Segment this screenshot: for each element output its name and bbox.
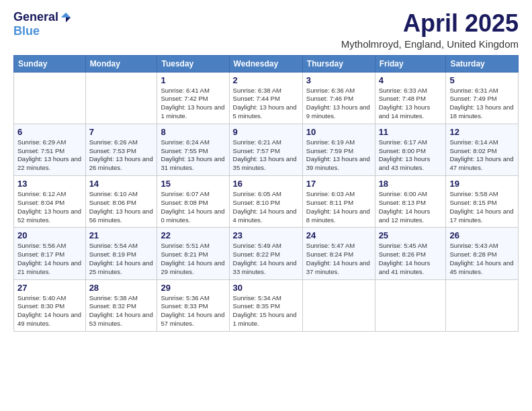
calendar-week-2: 6Sunrise: 6:29 AM Sunset: 7:51 PM Daylig…	[14, 124, 519, 175]
day-number: 12	[449, 127, 515, 137]
day-number: 26	[449, 230, 515, 240]
header-tuesday: Tuesday	[157, 55, 229, 72]
day-number: 20	[17, 230, 82, 240]
calendar-cell: 8Sunrise: 6:24 AM Sunset: 7:55 PM Daylig…	[157, 124, 229, 175]
day-number: 23	[233, 230, 299, 240]
day-info: Sunrise: 5:58 AM Sunset: 8:15 PM Dayligh…	[449, 190, 515, 224]
header-monday: Monday	[85, 55, 157, 72]
day-number: 17	[306, 179, 371, 189]
day-info: Sunrise: 6:31 AM Sunset: 7:49 PM Dayligh…	[449, 87, 515, 121]
day-info: Sunrise: 6:33 AM Sunset: 7:48 PM Dayligh…	[379, 87, 443, 121]
day-info: Sunrise: 5:49 AM Sunset: 8:22 PM Dayligh…	[233, 242, 299, 276]
calendar-cell: 11Sunrise: 6:17 AM Sunset: 8:00 PM Dayli…	[375, 124, 446, 175]
calendar-cell: 17Sunrise: 6:03 AM Sunset: 8:11 PM Dayli…	[302, 176, 375, 228]
day-number: 24	[306, 230, 371, 240]
logo: General Blue	[13, 10, 72, 38]
calendar-week-5: 27Sunrise: 5:40 AM Sunset: 8:30 PM Dayli…	[14, 279, 519, 331]
logo-blue: Blue	[13, 24, 40, 38]
calendar-cell: 3Sunrise: 6:36 AM Sunset: 7:46 PM Daylig…	[302, 72, 375, 124]
calendar-cell: 20Sunrise: 5:56 AM Sunset: 8:17 PM Dayli…	[14, 228, 86, 279]
page: General Blue April 2025 Mytholmroyd, Eng…	[0, 0, 532, 411]
day-info: Sunrise: 6:38 AM Sunset: 7:44 PM Dayligh…	[233, 87, 299, 121]
day-info: Sunrise: 6:19 AM Sunset: 7:59 PM Dayligh…	[306, 138, 371, 173]
calendar-cell: 6Sunrise: 6:29 AM Sunset: 7:51 PM Daylig…	[14, 124, 86, 175]
calendar-cell: 24Sunrise: 5:47 AM Sunset: 8:24 PM Dayli…	[302, 228, 375, 279]
day-info: Sunrise: 6:10 AM Sunset: 8:06 PM Dayligh…	[89, 190, 154, 224]
day-number: 7	[89, 127, 154, 137]
day-info: Sunrise: 6:00 AM Sunset: 8:13 PM Dayligh…	[379, 190, 443, 224]
calendar-cell: 9Sunrise: 6:21 AM Sunset: 7:57 PM Daylig…	[229, 124, 302, 175]
header-saturday: Saturday	[446, 55, 519, 72]
day-number: 13	[17, 179, 82, 189]
calendar-cell: 4Sunrise: 6:33 AM Sunset: 7:48 PM Daylig…	[375, 72, 446, 124]
day-number: 11	[379, 127, 443, 137]
day-number: 27	[17, 283, 82, 293]
header-friday: Friday	[375, 55, 446, 72]
calendar-cell: 28Sunrise: 5:38 AM Sunset: 8:32 PM Dayli…	[85, 279, 157, 331]
month-title: April 2025	[341, 10, 519, 37]
calendar-cell: 27Sunrise: 5:40 AM Sunset: 8:30 PM Dayli…	[14, 279, 86, 331]
logo-icon	[60, 11, 72, 24]
day-number: 22	[161, 230, 225, 240]
day-info: Sunrise: 6:17 AM Sunset: 8:00 PM Dayligh…	[379, 138, 443, 173]
calendar-cell: 12Sunrise: 6:14 AM Sunset: 8:02 PM Dayli…	[446, 124, 519, 175]
day-info: Sunrise: 6:14 AM Sunset: 8:02 PM Dayligh…	[449, 138, 515, 173]
svg-marker-1	[66, 17, 71, 22]
day-info: Sunrise: 6:36 AM Sunset: 7:46 PM Dayligh…	[306, 87, 371, 121]
calendar-cell	[85, 72, 157, 124]
day-number: 1	[161, 75, 225, 85]
calendar-week-1: 1Sunrise: 6:41 AM Sunset: 7:42 PM Daylig…	[14, 72, 519, 124]
calendar-week-3: 13Sunrise: 6:12 AM Sunset: 8:04 PM Dayli…	[14, 176, 519, 228]
calendar-cell	[375, 279, 446, 331]
day-number: 5	[449, 75, 515, 85]
day-info: Sunrise: 6:24 AM Sunset: 7:55 PM Dayligh…	[161, 138, 225, 173]
day-number: 28	[89, 283, 154, 293]
header-thursday: Thursday	[302, 55, 375, 72]
location: Mytholmroyd, England, United Kingdom	[341, 38, 519, 50]
day-number: 2	[233, 75, 299, 85]
calendar-cell: 22Sunrise: 5:51 AM Sunset: 8:21 PM Dayli…	[157, 228, 229, 279]
calendar-cell: 25Sunrise: 5:45 AM Sunset: 8:26 PM Dayli…	[375, 228, 446, 279]
day-info: Sunrise: 6:21 AM Sunset: 7:57 PM Dayligh…	[233, 138, 299, 173]
calendar-cell	[14, 72, 86, 124]
calendar-cell: 5Sunrise: 6:31 AM Sunset: 7:49 PM Daylig…	[446, 72, 519, 124]
calendar-cell: 1Sunrise: 6:41 AM Sunset: 7:42 PM Daylig…	[157, 72, 229, 124]
day-number: 15	[161, 179, 225, 189]
header-wednesday: Wednesday	[229, 55, 302, 72]
calendar-cell: 10Sunrise: 6:19 AM Sunset: 7:59 PM Dayli…	[302, 124, 375, 175]
day-info: Sunrise: 6:12 AM Sunset: 8:04 PM Dayligh…	[17, 190, 82, 224]
calendar-cell: 15Sunrise: 6:07 AM Sunset: 8:08 PM Dayli…	[157, 176, 229, 228]
day-number: 6	[17, 127, 82, 137]
calendar-table: Sunday Monday Tuesday Wednesday Thursday…	[13, 55, 519, 332]
day-info: Sunrise: 6:26 AM Sunset: 7:53 PM Dayligh…	[89, 138, 154, 173]
calendar-cell: 30Sunrise: 5:34 AM Sunset: 8:35 PM Dayli…	[229, 279, 302, 331]
day-info: Sunrise: 5:40 AM Sunset: 8:30 PM Dayligh…	[17, 294, 82, 328]
title-area: April 2025 Mytholmroyd, England, United …	[341, 10, 519, 50]
calendar-cell: 13Sunrise: 6:12 AM Sunset: 8:04 PM Dayli…	[14, 176, 86, 228]
day-info: Sunrise: 5:38 AM Sunset: 8:32 PM Dayligh…	[89, 294, 154, 328]
day-info: Sunrise: 5:47 AM Sunset: 8:24 PM Dayligh…	[306, 242, 371, 276]
day-info: Sunrise: 6:03 AM Sunset: 8:11 PM Dayligh…	[306, 190, 371, 224]
day-info: Sunrise: 6:29 AM Sunset: 7:51 PM Dayligh…	[17, 138, 82, 173]
day-info: Sunrise: 6:07 AM Sunset: 8:08 PM Dayligh…	[161, 190, 225, 224]
day-number: 4	[379, 75, 443, 85]
calendar-cell	[302, 279, 375, 331]
day-info: Sunrise: 6:41 AM Sunset: 7:42 PM Dayligh…	[161, 87, 225, 121]
day-number: 25	[379, 230, 443, 240]
day-info: Sunrise: 5:34 AM Sunset: 8:35 PM Dayligh…	[233, 294, 299, 328]
day-number: 9	[233, 127, 299, 137]
calendar-cell: 29Sunrise: 5:36 AM Sunset: 8:33 PM Dayli…	[157, 279, 229, 331]
day-info: Sunrise: 5:56 AM Sunset: 8:17 PM Dayligh…	[17, 242, 82, 276]
day-number: 29	[161, 283, 225, 293]
calendar-cell: 16Sunrise: 6:05 AM Sunset: 8:10 PM Dayli…	[229, 176, 302, 228]
calendar-cell: 21Sunrise: 5:54 AM Sunset: 8:19 PM Dayli…	[85, 228, 157, 279]
calendar-cell: 26Sunrise: 5:43 AM Sunset: 8:28 PM Dayli…	[446, 228, 519, 279]
weekday-header-row: Sunday Monday Tuesday Wednesday Thursday…	[14, 55, 519, 72]
day-number: 19	[449, 179, 515, 189]
day-info: Sunrise: 6:05 AM Sunset: 8:10 PM Dayligh…	[233, 190, 299, 224]
day-number: 14	[89, 179, 154, 189]
day-number: 18	[379, 179, 443, 189]
day-info: Sunrise: 5:51 AM Sunset: 8:21 PM Dayligh…	[161, 242, 225, 276]
day-number: 21	[89, 230, 154, 240]
day-number: 8	[161, 127, 225, 137]
